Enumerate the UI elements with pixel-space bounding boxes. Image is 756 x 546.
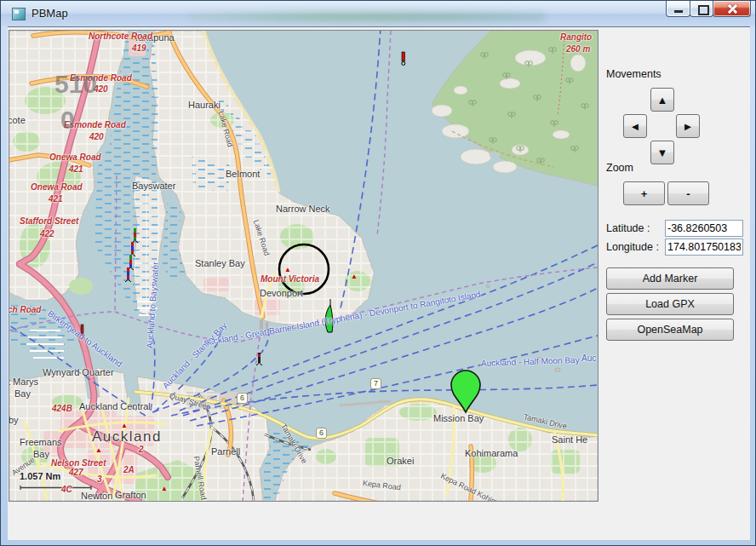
road-map-label: 419 — [132, 44, 146, 53]
place-lg-map-label: Auckland — [92, 429, 162, 444]
movements-label: Movements — [606, 68, 662, 80]
shield-map-label: 6 — [316, 428, 327, 439]
longitude-input[interactable] — [665, 239, 743, 256]
road-map-label: Rangito — [560, 33, 592, 42]
road-map-label: Onewa Road — [31, 183, 83, 192]
watermark-map-label: 0 — [60, 107, 75, 133]
place-map-label: Grafton — [115, 491, 146, 500]
road-map-label: Nelson Street — [51, 459, 106, 468]
minimize-icon — [674, 10, 683, 13]
minimize-button[interactable] — [666, 1, 690, 17]
road-map-label: Mount Victoria — [261, 275, 319, 284]
place-map-label: Auckland Central — [79, 402, 151, 411]
road-map-label: Stafford Street — [20, 217, 78, 226]
app-icon — [12, 8, 26, 20]
place-map-label: Bay — [14, 389, 31, 399]
road-map-label: 420 — [89, 133, 104, 141]
road-map-label: 2A — [123, 466, 135, 474]
map-canvas[interactable]: TakapunaHaurakiBelmontNarrow NeckBayswat… — [9, 30, 598, 502]
move-left-button[interactable]: ◄ — [623, 114, 647, 138]
move-right-button[interactable]: ► — [676, 114, 700, 138]
place-map-label: t Marys — [9, 377, 38, 387]
place-map-label: Belmont — [226, 170, 260, 179]
road-map-label: 3 — [97, 475, 102, 484]
watermark-map-label: 510 — [54, 72, 97, 97]
longitude-label: Longitude : — [606, 241, 659, 253]
close-button[interactable] — [713, 1, 751, 17]
latitude-label: Latitude : — [606, 222, 650, 234]
road-map-label: ch Road — [9, 306, 41, 314]
place-map-label: Stanley Bay — [195, 259, 245, 268]
road-map-label: 2 — [139, 445, 144, 454]
road-map-label: 424B — [52, 405, 72, 413]
place-map-label: cote — [9, 116, 26, 125]
place-map-label: Newton — [81, 491, 112, 501]
shield-map-label: 7 — [370, 378, 381, 389]
road-map-label: 4C — [61, 486, 72, 494]
peak-map-label: ▲ — [284, 267, 291, 273]
shield-map-label: 6 — [237, 393, 248, 404]
client-area: TakapunaHaurakiBelmontNarrow NeckBayswat… — [8, 26, 750, 540]
place-map-label: Orakei — [387, 457, 414, 466]
place-map-label: Parnell — [211, 447, 240, 457]
place-map-label: Mission Bay — [433, 414, 484, 423]
place-map-label: Wynyard Quarter — [43, 368, 114, 377]
place-map-label: Narrow Neck — [276, 204, 330, 214]
place-map-label: Kohimarama — [465, 449, 518, 458]
road-map-label: 422 — [40, 230, 54, 239]
titlebar-glass-reflection — [188, 9, 546, 25]
openseamap-button[interactable]: OpenSeaMap — [606, 319, 734, 341]
maximize-button[interactable] — [690, 1, 713, 17]
add-marker-button[interactable]: Add Marker — [606, 267, 734, 290]
road-map-label: 427 — [69, 468, 83, 477]
place-map-label: Bay — [33, 450, 49, 459]
ferry-map-label: Auc — [581, 354, 596, 363]
window-title: PBMap — [32, 7, 68, 20]
peak-map-label: ▲ — [121, 422, 128, 429]
place-map-label: Bayswater — [132, 181, 175, 191]
zoom-in-button[interactable]: + — [623, 181, 665, 205]
place-map-label: Hauraki — [188, 101, 220, 110]
place-map-label: Freemans — [20, 438, 62, 447]
zoom-label: Zoom — [606, 162, 633, 174]
road-map-label: 260 m — [566, 45, 590, 54]
latitude-input[interactable] — [665, 220, 743, 237]
zoom-out-button[interactable]: - — [667, 181, 709, 205]
app-window: PBMap — [0, 0, 756, 546]
place-map-label: Devonport — [260, 289, 303, 298]
title-bar[interactable]: PBMap — [1, 1, 755, 26]
road-map-label: 421 — [69, 165, 83, 174]
move-up-button[interactable]: ▲ — [650, 88, 674, 112]
move-down-button[interactable]: ▼ — [650, 141, 674, 164]
place-map-label: by — [9, 416, 19, 425]
road-map-label: Onewa Road — [49, 153, 101, 162]
maximize-icon — [698, 5, 709, 15]
road-map-label: Northcote Road — [89, 32, 152, 41]
road-map-label: 421 — [49, 195, 63, 204]
load-gpx-button[interactable]: Load GPX — [606, 293, 734, 315]
peak-map-label: ▲ — [161, 486, 168, 492]
peak-map-label: ▲ — [95, 447, 102, 454]
scale-map-label: 1.057 Nm — [20, 472, 60, 481]
peak-map-label: ▲ — [351, 273, 358, 280]
place-map-label: Saint He — [552, 435, 587, 445]
